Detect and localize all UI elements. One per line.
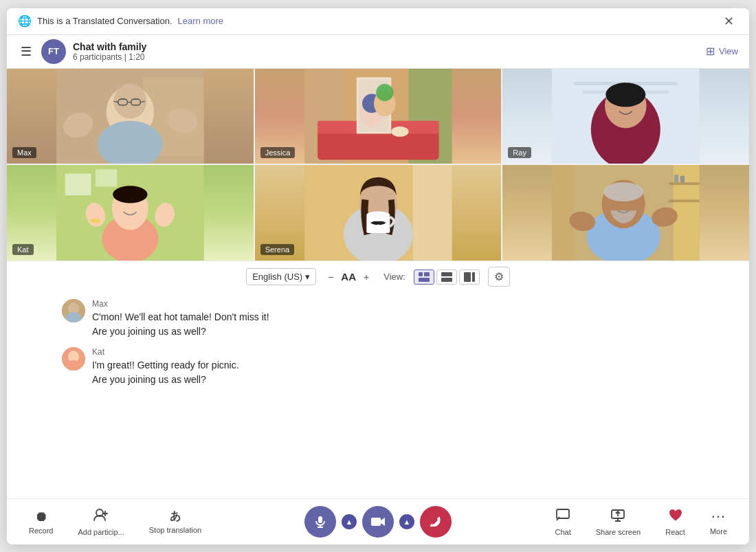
avatar: FT bbox=[41, 39, 66, 64]
add-participants-icon bbox=[93, 507, 109, 526]
bottom-toolbar: ⏺ Record Add particip... あ Stop translat… bbox=[7, 498, 749, 544]
font-increase-button[interactable]: + bbox=[360, 270, 373, 284]
view-banner-button[interactable] bbox=[436, 269, 457, 285]
svg-point-49 bbox=[366, 212, 390, 219]
message-text-kat: I'm great!! Getting ready for picnic. Ar… bbox=[92, 358, 239, 387]
svg-rect-64 bbox=[424, 272, 430, 276]
message-text-max: C'mon! We'll eat hot tamale! Don't miss … bbox=[92, 310, 269, 339]
svg-rect-57 bbox=[680, 176, 685, 182]
banner-text: This is a Translated Conversation. bbox=[37, 16, 173, 26]
video-grid: Max bbox=[7, 69, 749, 261]
camera-button[interactable] bbox=[362, 506, 394, 538]
hamburger-menu[interactable]: ☰ bbox=[18, 43, 34, 60]
app-window: 🌐 This is a Translated Conversation. Lea… bbox=[7, 8, 749, 544]
language-text: English (US) bbox=[252, 272, 302, 282]
svg-marker-83 bbox=[381, 518, 385, 526]
language-selector[interactable]: English (US) ▾ bbox=[246, 268, 316, 285]
more-icon: ··· bbox=[711, 507, 726, 525]
font-controls: − AA + bbox=[324, 270, 373, 284]
svg-rect-63 bbox=[419, 272, 423, 276]
svg-rect-55 bbox=[669, 200, 700, 203]
mic-button[interactable] bbox=[304, 506, 336, 538]
stop-translation-label: Stop translation bbox=[149, 526, 201, 534]
more-button[interactable]: ··· More bbox=[704, 505, 733, 538]
view-buttons bbox=[414, 269, 480, 285]
msg-kat-line2: Are you joining us as well? bbox=[92, 374, 206, 385]
sender-max: Max bbox=[92, 299, 269, 309]
react-label: React bbox=[665, 528, 685, 536]
hangup-button[interactable] bbox=[420, 506, 452, 538]
participant-label-jessica: Jessica bbox=[260, 147, 296, 158]
font-decrease-button[interactable]: − bbox=[324, 270, 337, 284]
close-button[interactable]: ✕ bbox=[720, 12, 738, 30]
msg-max-line1: C'mon! We'll eat hot tamale! Don't miss … bbox=[92, 311, 269, 322]
chat-button[interactable]: Chat bbox=[550, 505, 577, 539]
svg-rect-82 bbox=[371, 518, 381, 526]
video-ray bbox=[502, 69, 749, 164]
share-screen-button[interactable]: Share screen bbox=[590, 505, 646, 539]
banner-left: 🌐 This is a Translated Conversation. Lea… bbox=[18, 14, 223, 27]
video-cell-jessica: Jessica bbox=[255, 69, 502, 164]
participant-label-kat: Kat bbox=[12, 244, 34, 255]
react-button[interactable]: React bbox=[660, 505, 691, 539]
chat-info: Chat with family 6 participants | 1:20 bbox=[73, 41, 146, 62]
stop-translation-button[interactable]: あ Stop translation bbox=[144, 507, 207, 537]
header-bar: ☰ FT Chat with family 6 participants | 1… bbox=[7, 35, 749, 69]
chat-icon bbox=[555, 507, 570, 526]
video-cell-serena: Serena bbox=[255, 165, 502, 261]
svg-point-39 bbox=[113, 186, 147, 203]
video-max bbox=[7, 69, 254, 164]
view-side-button[interactable] bbox=[459, 269, 480, 285]
svg-rect-36 bbox=[96, 170, 118, 187]
svg-point-25 bbox=[391, 126, 408, 136]
msg-max-line2: Are you joining us as well? bbox=[92, 326, 206, 337]
record-label: Record bbox=[29, 527, 53, 535]
avatar-max bbox=[62, 299, 85, 322]
chat-message-kat: Kat I'm great!! Getting ready for picnic… bbox=[62, 347, 694, 387]
more-label: More bbox=[710, 527, 727, 536]
svg-rect-66 bbox=[441, 272, 452, 276]
settings-button[interactable]: ⚙ bbox=[488, 267, 510, 287]
toolbar-right: Chat Share screen React ··· More bbox=[550, 505, 733, 539]
react-icon bbox=[668, 507, 683, 526]
font-aa-label: AA bbox=[341, 271, 356, 283]
svg-rect-65 bbox=[419, 278, 430, 282]
svg-point-60 bbox=[603, 182, 643, 201]
svg-rect-42 bbox=[90, 219, 100, 223]
view-label: View bbox=[719, 46, 738, 56]
grid-icon: ⊞ bbox=[706, 45, 715, 58]
view-button[interactable]: ⊞ View bbox=[706, 45, 738, 58]
translated-banner: 🌐 This is a Translated Conversation. Lea… bbox=[7, 8, 749, 35]
translate-icon: 🌐 bbox=[18, 14, 32, 27]
camera-chevron-button[interactable]: ▲ bbox=[399, 514, 414, 529]
svg-rect-68 bbox=[464, 272, 471, 282]
avatar-kat bbox=[62, 347, 85, 371]
video-sixth bbox=[502, 165, 749, 261]
stop-translation-icon: あ bbox=[170, 509, 181, 524]
svg-rect-67 bbox=[441, 278, 452, 282]
record-button[interactable]: ⏺ Record bbox=[23, 506, 58, 538]
chat-title: Chat with family bbox=[73, 41, 146, 52]
svg-rect-53 bbox=[552, 165, 574, 261]
mic-chevron-button[interactable]: ▲ bbox=[342, 514, 357, 529]
view-grid-button[interactable] bbox=[414, 269, 434, 285]
video-kat bbox=[7, 165, 254, 261]
chat-message-max: Max C'mon! We'll eat hot tamale! Don't m… bbox=[62, 299, 694, 339]
svg-point-24 bbox=[376, 84, 393, 101]
participant-label-ray: Ray bbox=[508, 147, 531, 158]
svg-rect-56 bbox=[674, 175, 678, 182]
message-content-kat: Kat I'm great!! Getting ready for picnic… bbox=[92, 347, 239, 387]
video-cell-sixth bbox=[502, 165, 749, 261]
learn-more-link[interactable]: Learn more bbox=[178, 16, 223, 26]
svg-rect-69 bbox=[472, 272, 475, 282]
svg-point-32 bbox=[606, 82, 646, 107]
video-cell-ray: Ray bbox=[502, 69, 749, 164]
add-participants-button[interactable]: Add particip... bbox=[72, 505, 129, 539]
sender-kat: Kat bbox=[92, 347, 239, 357]
chat-area: Max C'mon! We'll eat hot tamale! Don't m… bbox=[7, 292, 749, 498]
add-participants-label: Add particip... bbox=[78, 528, 124, 536]
share-screen-icon bbox=[610, 507, 625, 526]
participant-label-max: Max bbox=[12, 147, 36, 158]
record-icon: ⏺ bbox=[34, 509, 48, 525]
message-content-max: Max C'mon! We'll eat hot tamale! Don't m… bbox=[92, 299, 269, 339]
